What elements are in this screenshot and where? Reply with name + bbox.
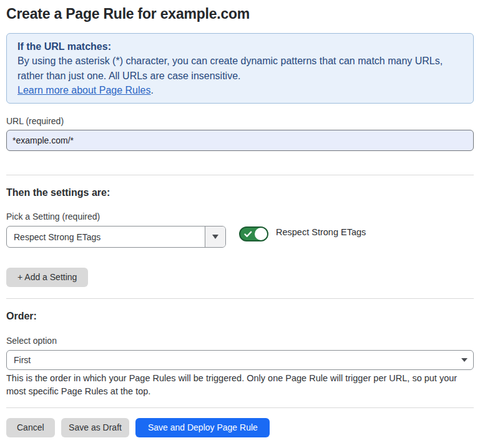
learn-more-link[interactable]: Learn more about Page Rules — [17, 85, 150, 95]
divider — [6, 175, 474, 175]
toggle-label: Respect Strong ETags — [276, 227, 366, 238]
pick-setting-label: Pick a Setting (required) — [6, 212, 474, 222]
add-setting-button[interactable]: + Add a Setting — [6, 268, 88, 287]
select-option-label: Select option — [6, 336, 474, 346]
toggle-knob — [255, 228, 267, 240]
save-draft-button[interactable]: Save as Draft — [61, 418, 130, 437]
setting-select-dropdown-button[interactable] — [205, 226, 225, 247]
order-help-text: This is the order in which your Page Rul… — [6, 372, 468, 397]
page-rule-form: Create a Page Rule for example.com If th… — [0, 6, 480, 437]
page-title: Create a Page Rule for example.com — [6, 6, 474, 22]
divider — [6, 407, 474, 408]
setting-row: Respect Strong ETags Respect Strong ETag… — [6, 226, 474, 248]
info-box-body: By using the asterisk (*) character, you… — [17, 54, 463, 83]
link-period: . — [150, 85, 153, 95]
url-match-info-box: If the URL matches: By using the asteris… — [6, 33, 474, 104]
order-select-value: First — [14, 351, 31, 369]
divider — [6, 298, 474, 299]
setting-select[interactable]: Respect Strong ETags — [6, 226, 226, 248]
settings-heading: Then the settings are: — [6, 187, 474, 198]
chevron-down-icon — [461, 358, 468, 362]
etags-toggle[interactable] — [239, 226, 268, 241]
url-input[interactable] — [6, 130, 474, 151]
checkmark-icon — [244, 231, 252, 238]
save-deploy-button[interactable]: Save and Deploy Page Rule — [135, 418, 270, 437]
footer-actions: Cancel Save as Draft Save and Deploy Pag… — [6, 418, 474, 437]
order-heading: Order: — [6, 310, 474, 322]
order-select[interactable]: First — [6, 350, 474, 370]
info-box-link-line: Learn more about Page Rules. — [17, 83, 463, 98]
chevron-down-icon — [212, 235, 218, 239]
setting-select-value: Respect Strong ETags — [14, 226, 100, 247]
url-label: URL (required) — [6, 116, 474, 127]
info-box-heading: If the URL matches: — [17, 39, 463, 54]
cancel-button[interactable]: Cancel — [6, 418, 55, 437]
